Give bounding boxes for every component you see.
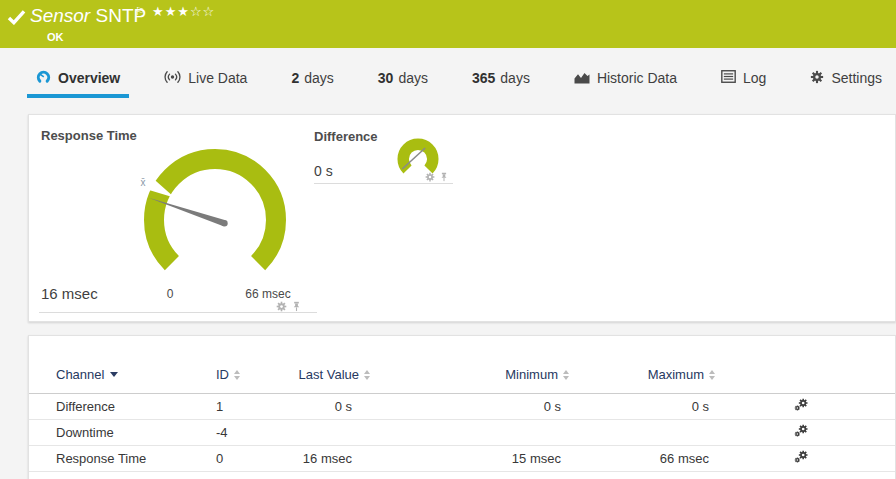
cell-channel: Difference xyxy=(56,399,216,414)
channel-settings-gears-icon[interactable] xyxy=(794,424,809,439)
gauge-pin-icon[interactable] xyxy=(291,301,302,312)
tab-2-days-number: 2 xyxy=(291,70,299,86)
table-row-response-time[interactable]: Response Time 0 16 msec 15 msec 66 msec xyxy=(29,446,895,472)
cell-id: 1 xyxy=(216,399,296,414)
gauge-title-difference: Difference xyxy=(314,129,378,144)
sensor-header: Sensor SNTP ⚐ ★★★☆☆ OK xyxy=(0,0,896,48)
log-list-icon xyxy=(721,70,736,86)
gauge-pin-icon[interactable] xyxy=(439,172,449,182)
channel-settings-gears-icon[interactable] xyxy=(794,450,809,465)
area-chart-icon xyxy=(574,70,590,87)
gauges-panel: Response Time x̄ 0 66 msec 16 msec Diffe… xyxy=(28,114,896,322)
column-header-channel[interactable]: Channel xyxy=(56,367,216,382)
tab-log[interactable]: Log xyxy=(712,62,775,98)
status-badge: OK xyxy=(47,31,64,43)
average-marker-label: x̄ xyxy=(141,177,146,188)
divider xyxy=(314,183,453,184)
priority-stars-empty: ☆☆ xyxy=(190,4,215,19)
live-data-icon xyxy=(164,70,181,87)
difference-current-value: 0 s xyxy=(314,163,333,179)
gauge-scale-min: 0 xyxy=(144,287,196,301)
response-time-current-value: 16 msec xyxy=(41,285,98,302)
sort-both-icon xyxy=(709,370,715,380)
tab-365-days-number: 365 xyxy=(472,70,495,86)
tab-overview-label: Overview xyxy=(58,70,120,86)
table-row-difference[interactable]: Difference 1 0 s 0 s 0 s xyxy=(29,394,895,420)
tab-365-days-label: days xyxy=(500,70,530,86)
sort-both-icon xyxy=(234,370,240,380)
gauge-settings-gear-icon[interactable] xyxy=(425,172,435,182)
gauge-scale-max: 66 msec xyxy=(242,287,294,301)
tab-2-days[interactable]: 2 days xyxy=(282,62,342,98)
channel-settings-gears-icon[interactable] xyxy=(794,398,809,413)
cell-maximum: 66 msec xyxy=(569,451,719,466)
cell-minimum: 15 msec xyxy=(384,451,569,466)
tab-30-days-label: days xyxy=(398,70,428,86)
tab-2-days-label: days xyxy=(304,70,334,86)
column-header-maximum[interactable]: Maximum xyxy=(569,367,719,382)
tab-settings-label: Settings xyxy=(831,70,882,86)
divider xyxy=(39,312,317,313)
column-header-channel-label: Channel xyxy=(56,367,104,382)
cell-minimum: 0 s xyxy=(384,399,569,414)
tab-live-data-label: Live Data xyxy=(188,70,247,86)
gauge-icon xyxy=(36,69,51,87)
tab-bar: Overview Live Data 2 days 30 days 365 da… xyxy=(27,62,891,98)
column-header-last-value[interactable]: Last Value xyxy=(296,367,384,382)
gauge-title-response-time: Response Time xyxy=(41,128,137,143)
column-header-last-value-label: Last Value xyxy=(299,367,359,382)
sort-desc-icon xyxy=(110,372,118,377)
cell-maximum: 0 s xyxy=(569,399,719,414)
gauge-settings-gear-icon[interactable] xyxy=(276,301,287,312)
sort-both-icon xyxy=(364,370,370,380)
column-header-id[interactable]: ID xyxy=(216,367,296,382)
tab-365-days[interactable]: 365 days xyxy=(463,62,539,98)
tab-overview[interactable]: Overview xyxy=(27,62,129,98)
channels-table-panel: Channel ID Last Value Minimum Maximum Di… xyxy=(28,335,896,479)
cell-last-value: 0 s xyxy=(296,399,384,414)
cell-id: 0 xyxy=(216,451,296,466)
tab-log-label: Log xyxy=(743,70,766,86)
tab-historic-data-label: Historic Data xyxy=(597,70,677,86)
pause-flag-icon[interactable]: ⚐ xyxy=(135,5,145,18)
cell-id: -4 xyxy=(216,425,296,440)
gear-icon xyxy=(810,70,824,87)
tab-30-days-number: 30 xyxy=(378,70,394,86)
status-ok-check-icon xyxy=(7,9,26,29)
tab-settings[interactable]: Settings xyxy=(801,62,891,98)
priority-stars[interactable]: ★★★☆☆ xyxy=(152,4,215,19)
cell-channel: Response Time xyxy=(56,451,216,466)
page-title-prefix: Sensor xyxy=(30,5,90,26)
cell-channel: Downtime xyxy=(56,425,216,440)
column-header-id-label: ID xyxy=(216,367,229,382)
tab-live-data[interactable]: Live Data xyxy=(155,62,256,98)
column-header-minimum[interactable]: Minimum xyxy=(384,367,569,382)
table-row-downtime[interactable]: Downtime -4 xyxy=(29,420,895,446)
column-header-maximum-label: Maximum xyxy=(648,367,704,382)
tab-historic-data[interactable]: Historic Data xyxy=(565,62,686,98)
response-time-gauge: x̄ xyxy=(127,140,303,290)
priority-stars-filled: ★★★ xyxy=(152,4,190,19)
column-header-minimum-label: Minimum xyxy=(505,367,558,382)
table-header-row: Channel ID Last Value Minimum Maximum xyxy=(29,356,895,394)
tab-30-days[interactable]: 30 days xyxy=(369,62,437,98)
prtg-sensor-page: Sensor SNTP ⚐ ★★★☆☆ OK Overview Live Dat… xyxy=(0,0,896,479)
cell-last-value: 16 msec xyxy=(296,451,384,466)
page-title: Sensor SNTP xyxy=(30,5,146,27)
